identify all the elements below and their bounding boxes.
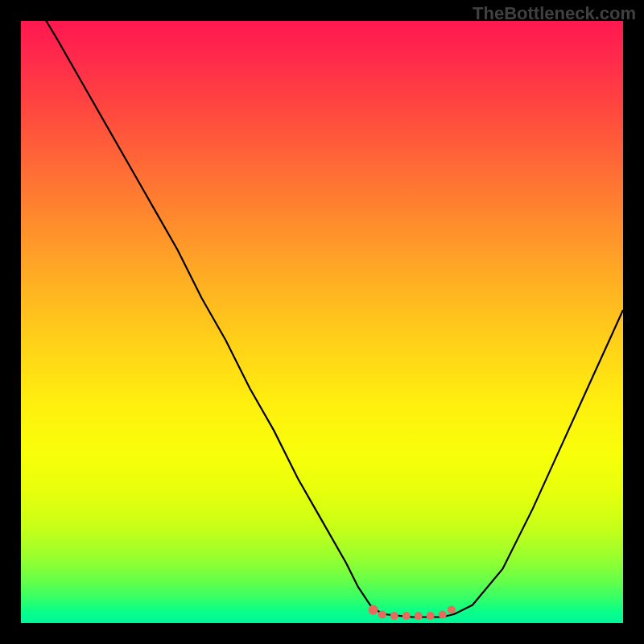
valley-dot (448, 606, 456, 614)
valley-dot (402, 612, 411, 620)
valley-dot (415, 612, 423, 620)
valley-dot (369, 605, 378, 615)
valley-dot (378, 611, 386, 619)
chart-svg (21, 21, 623, 623)
chart-plot-area (21, 21, 623, 623)
watermark-text: TheBottleneck.com (473, 3, 636, 24)
valley-dot (427, 612, 435, 620)
valley-dot (390, 612, 398, 620)
bottleneck-curve (21, 21, 623, 617)
valley-dot (439, 611, 447, 619)
